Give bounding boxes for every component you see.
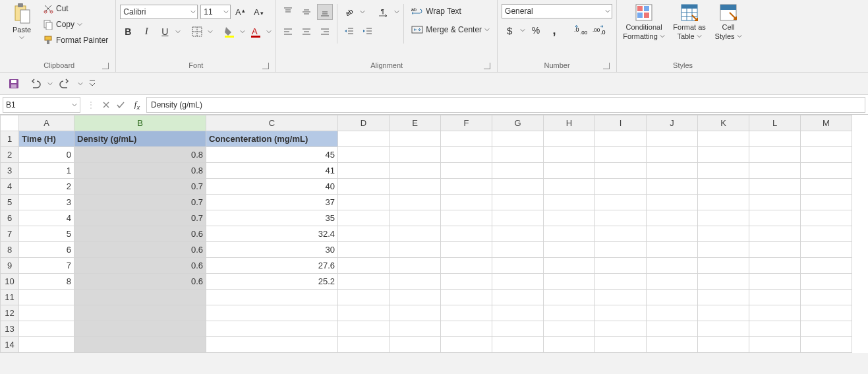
cell-D11[interactable] — [338, 290, 390, 305]
chevron-down-icon[interactable] — [240, 29, 245, 34]
cell-J6[interactable] — [647, 210, 698, 226]
cell-G10[interactable] — [492, 274, 544, 290]
cell-D2[interactable] — [338, 147, 390, 163]
format-painter-button[interactable]: Format Painter — [40, 33, 111, 47]
cell-J14[interactable] — [647, 337, 698, 353]
cell-M12[interactable] — [801, 305, 852, 321]
cell-A8[interactable]: 6 — [19, 242, 74, 258]
cell-B11[interactable] — [74, 290, 206, 305]
cell-A12[interactable] — [19, 305, 74, 321]
cell-E6[interactable] — [390, 210, 441, 226]
cell-M7[interactable] — [801, 226, 852, 242]
cell-M13[interactable] — [801, 321, 852, 337]
merge-center-button[interactable]: Merge & Center — [408, 22, 493, 37]
underline-button[interactable]: U — [157, 24, 173, 40]
cell-D10[interactable] — [338, 274, 390, 290]
cell-B9[interactable]: 0.6 — [74, 258, 206, 274]
decrease-indent-button[interactable] — [341, 24, 357, 40]
cell-C11[interactable] — [206, 290, 338, 305]
align-bottom-button[interactable] — [317, 4, 333, 20]
cell-C6[interactable]: 35 — [206, 210, 338, 226]
column-header-J[interactable]: J — [647, 115, 698, 131]
decrease-font-button[interactable]: A▾ — [252, 4, 268, 20]
column-header-I[interactable]: I — [595, 115, 647, 131]
cell-I13[interactable] — [595, 321, 647, 337]
cell-C9[interactable]: 27.6 — [206, 258, 338, 274]
row-header-10[interactable]: 10 — [1, 274, 19, 290]
copy-button[interactable]: Copy — [40, 17, 111, 32]
undo-button[interactable] — [26, 75, 43, 92]
cell-I9[interactable] — [595, 258, 647, 274]
orientation-button[interactable]: ab — [341, 4, 357, 20]
cell-F7[interactable] — [441, 226, 492, 242]
cell-I3[interactable] — [595, 163, 647, 179]
cell-M9[interactable] — [801, 258, 852, 274]
cell-K13[interactable] — [698, 321, 749, 337]
row-header-11[interactable]: 11 — [1, 290, 19, 305]
comma-button[interactable]: , — [546, 22, 562, 38]
chevron-down-icon[interactable] — [266, 29, 272, 34]
font-color-button[interactable]: A — [248, 24, 264, 40]
italic-button[interactable]: I — [138, 24, 154, 40]
font-size-combo[interactable]: 11 — [200, 5, 231, 19]
cell-K10[interactable] — [698, 274, 749, 290]
increase-indent-button[interactable] — [360, 24, 376, 40]
cell-H6[interactable] — [544, 210, 595, 226]
cell-K1[interactable] — [698, 131, 749, 147]
row-header-8[interactable]: 8 — [1, 242, 19, 258]
cell-G9[interactable] — [492, 258, 544, 274]
cell-A3[interactable]: 1 — [19, 163, 74, 179]
cell-D6[interactable] — [338, 210, 390, 226]
cell-J11[interactable] — [647, 290, 698, 305]
increase-decimal-button[interactable]: .0.00 — [573, 22, 589, 38]
cell-B4[interactable]: 0.7 — [74, 179, 206, 195]
cell-F5[interactable] — [441, 195, 492, 210]
wrap-text-button[interactable]: ab Wrap Text — [408, 4, 493, 18]
cell-I10[interactable] — [595, 274, 647, 290]
cell-D13[interactable] — [338, 321, 390, 337]
cell-G11[interactable] — [492, 290, 544, 305]
cell-C14[interactable] — [206, 337, 338, 353]
cut-button[interactable]: Cut — [40, 1, 111, 16]
cell-J7[interactable] — [647, 226, 698, 242]
cell-C5[interactable]: 37 — [206, 195, 338, 210]
cell-K11[interactable] — [698, 290, 749, 305]
column-header-D[interactable]: D — [338, 115, 390, 131]
cell-F14[interactable] — [441, 337, 492, 353]
cell-E1[interactable] — [390, 131, 441, 147]
cell-F3[interactable] — [441, 163, 492, 179]
row-header-9[interactable]: 9 — [1, 258, 19, 274]
cell-H3[interactable] — [544, 163, 595, 179]
cell-E2[interactable] — [390, 147, 441, 163]
row-header-12[interactable]: 12 — [1, 305, 19, 321]
cell-L11[interactable] — [749, 290, 801, 305]
cell-M11[interactable] — [801, 290, 852, 305]
cell-E7[interactable] — [390, 226, 441, 242]
cell-G14[interactable] — [492, 337, 544, 353]
align-top-button[interactable] — [280, 4, 296, 20]
cell-J2[interactable] — [647, 147, 698, 163]
row-header-2[interactable]: 2 — [1, 147, 19, 163]
cell-E10[interactable] — [390, 274, 441, 290]
cell-K4[interactable] — [698, 179, 749, 195]
insert-function-button[interactable]: fx — [128, 98, 146, 112]
cell-F13[interactable] — [441, 321, 492, 337]
cell-A14[interactable] — [19, 337, 74, 353]
cell-J13[interactable] — [647, 321, 698, 337]
column-header-K[interactable]: K — [698, 115, 749, 131]
cell-M5[interactable] — [801, 195, 852, 210]
font-family-combo[interactable]: Calibri — [120, 5, 198, 19]
column-header-H[interactable]: H — [544, 115, 595, 131]
row-header-6[interactable]: 6 — [1, 210, 19, 226]
cell-I7[interactable] — [595, 226, 647, 242]
column-header-L[interactable]: L — [749, 115, 801, 131]
cell-C7[interactable]: 32.4 — [206, 226, 338, 242]
cell-K3[interactable] — [698, 163, 749, 179]
cell-J10[interactable] — [647, 274, 698, 290]
dialog-launcher-icon[interactable] — [262, 63, 269, 69]
row-header-1[interactable]: 1 — [1, 131, 19, 147]
cell-F6[interactable] — [441, 210, 492, 226]
cell-F9[interactable] — [441, 258, 492, 274]
cell-F1[interactable] — [441, 131, 492, 147]
increase-font-button[interactable]: A▴ — [233, 4, 249, 20]
